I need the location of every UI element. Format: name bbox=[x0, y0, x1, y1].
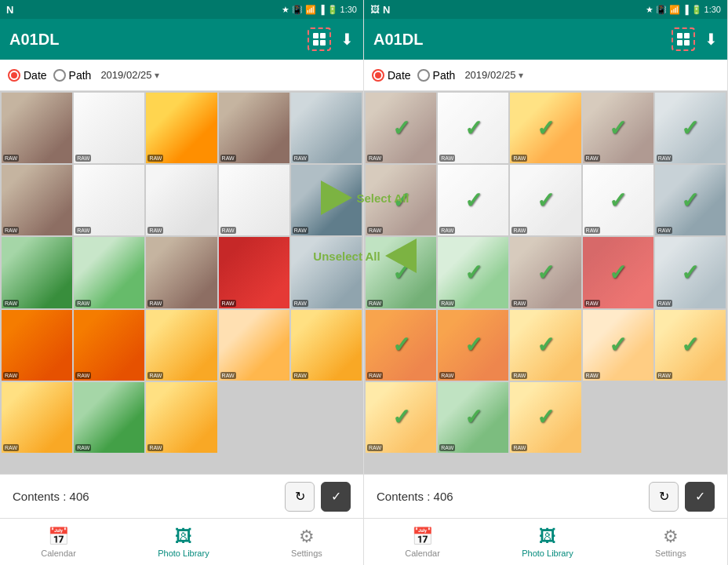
photo-cell-left[interactable]: RAW bbox=[219, 237, 289, 308]
settings-icon-left: ⚙ bbox=[299, 527, 315, 547]
photo-cell-left[interactable]: RAW bbox=[291, 93, 362, 163]
photo-cell-right[interactable]: ✓RAW bbox=[583, 165, 653, 235]
app-title-right: A01DL bbox=[373, 31, 423, 49]
photo-cell-right[interactable]: ✓RAW bbox=[510, 382, 581, 453]
photo-cell-left[interactable]: RAW bbox=[146, 237, 217, 308]
photo-cell-left[interactable]: RAW bbox=[2, 237, 72, 308]
dropdown-arrow-right: ▾ bbox=[519, 70, 523, 81]
photo-cell-right[interactable]: ✓RAW bbox=[366, 382, 436, 453]
calendar-icon-left: 📅 bbox=[48, 527, 69, 547]
path-radio-left[interactable]: Path bbox=[53, 69, 92, 82]
photo-cell-right[interactable]: ✓RAW bbox=[655, 237, 726, 308]
date-radio-circle-left bbox=[8, 69, 20, 82]
photo-cell-left[interactable]: RAW bbox=[74, 93, 144, 163]
settings-label-right: Settings bbox=[655, 549, 686, 558]
grid-select-icon-right[interactable] bbox=[672, 27, 695, 51]
photo-library-icon-left: 🖼 bbox=[175, 527, 192, 547]
nav-photo-library-left[interactable]: 🖼 Photo Library bbox=[158, 527, 209, 558]
settings-label-left: Settings bbox=[291, 549, 322, 558]
checkmark-icon: ✓ bbox=[681, 115, 699, 141]
photo-library-label-right: Photo Library bbox=[522, 549, 573, 558]
nav-calendar-right[interactable]: 📅 Calendar bbox=[405, 527, 440, 558]
date-radio-left[interactable]: Date bbox=[8, 69, 47, 82]
checkmark-icon: ✓ bbox=[537, 260, 555, 286]
settings-icon-right: ⚙ bbox=[663, 527, 679, 547]
photo-cell-left[interactable]: RAW bbox=[219, 165, 289, 235]
photo-cell-right[interactable]: ✓RAW bbox=[510, 165, 581, 235]
vibrate-icon: 📳 bbox=[292, 5, 303, 15]
date-radio-right[interactable]: Date bbox=[372, 69, 411, 82]
photo-cell-right[interactable]: ✓RAW bbox=[510, 237, 581, 308]
photo-cell-right[interactable]: ✓RAW bbox=[510, 310, 581, 381]
photo-cell-right[interactable]: ✓RAW bbox=[438, 93, 508, 163]
checkmark-icon: ✓ bbox=[464, 332, 482, 358]
checkmark-icon: ✓ bbox=[537, 404, 555, 430]
confirm-button-right[interactable]: ✓ bbox=[685, 482, 715, 512]
photo-cell-left[interactable]: RAW bbox=[219, 93, 289, 163]
photo-cell-left[interactable]: RAW bbox=[146, 93, 217, 163]
select-all-arrow: Select All bbox=[321, 180, 410, 215]
unselect-all-arrow: Unselect All bbox=[313, 239, 416, 273]
app-title-left: A01DL bbox=[9, 31, 59, 49]
photo-cell-right[interactable]: ✓RAW bbox=[438, 237, 508, 308]
photo-cell-right[interactable]: ✓RAW bbox=[438, 310, 508, 381]
wifi-icon-right: 📶 bbox=[669, 5, 680, 15]
photo-cell-right[interactable]: ✓RAW bbox=[438, 382, 508, 453]
photo-cell-left[interactable]: RAW bbox=[74, 310, 144, 381]
nav-settings-right[interactable]: ⚙ Settings bbox=[655, 527, 686, 558]
bluetooth-icon: ★ bbox=[282, 5, 289, 15]
photo-cell-right[interactable]: ✓RAW bbox=[583, 93, 653, 163]
download-icon-right[interactable]: ⬇ bbox=[704, 30, 718, 49]
photo-cell-left[interactable]: RAW bbox=[2, 165, 72, 235]
path-radio-right[interactable]: Path bbox=[417, 69, 456, 82]
photo-cell-left[interactable]: RAW bbox=[74, 165, 144, 235]
arrow-right-shape bbox=[321, 180, 352, 215]
photo-cell-left[interactable]: RAW bbox=[146, 382, 217, 453]
checkmark-icon: ✓ bbox=[609, 332, 627, 358]
photo-cell-right[interactable]: ✓RAW bbox=[510, 93, 581, 163]
photo-cell-right[interactable]: ✓RAW bbox=[655, 310, 726, 381]
photo-cell-left[interactable]: RAW bbox=[74, 382, 144, 453]
checkmark-icon: ✓ bbox=[392, 115, 410, 141]
refresh-button-right[interactable]: ↻ bbox=[649, 482, 679, 512]
photo-cell-left[interactable]: RAW bbox=[146, 310, 217, 381]
photo-cell-right[interactable]: ✓RAW bbox=[655, 165, 726, 235]
photo-grid-left: RAWRAWRAWRAWRAWRAWRAWRAWRAWRAWRAWRAWRAWR… bbox=[0, 91, 363, 474]
confirm-button-left[interactable]: ✓ bbox=[321, 482, 351, 512]
photo-cell-right[interactable]: ✓RAW bbox=[655, 93, 726, 163]
refresh-button-left[interactable]: ↻ bbox=[285, 482, 315, 512]
nav-settings-left[interactable]: ⚙ Settings bbox=[291, 527, 322, 558]
arrow-left-shape bbox=[385, 239, 417, 273]
date-dropdown-left[interactable]: 2019/02/25 ▾ bbox=[100, 69, 159, 81]
grid-select-icon-left[interactable] bbox=[308, 27, 331, 51]
photo-cell-left[interactable]: RAW bbox=[146, 165, 217, 235]
photo-cell-left[interactable]: RAW bbox=[2, 382, 72, 453]
date-label-left: Date bbox=[24, 69, 47, 82]
photo-library-label-left: Photo Library bbox=[158, 549, 209, 558]
photo-cell-right[interactable]: ✓RAW bbox=[366, 93, 436, 163]
photo-cell-left[interactable]: RAW bbox=[2, 310, 72, 381]
path-radio-circle-right bbox=[417, 69, 430, 82]
dropdown-arrow-left: ▾ bbox=[155, 70, 159, 81]
path-label-right: Path bbox=[433, 69, 456, 82]
date-dropdown-right[interactable]: 2019/02/25 ▾ bbox=[464, 69, 523, 81]
calendar-label-right: Calendar bbox=[405, 549, 440, 558]
photo-cell-left[interactable]: RAW bbox=[291, 310, 362, 381]
photo-cell-left[interactable]: RAW bbox=[2, 93, 72, 163]
nav-photo-library-right[interactable]: 🖼 Photo Library bbox=[522, 527, 573, 558]
photo-cell-right[interactable]: ✓RAW bbox=[366, 310, 436, 381]
status-bar-right: 🖼 N ★ 📳 📶 ▐ 🔋 1:30 bbox=[364, 0, 727, 19]
photo-cell-right[interactable]: ✓RAW bbox=[583, 310, 653, 381]
download-icon-left[interactable]: ⬇ bbox=[340, 30, 354, 49]
photo-cell-right[interactable]: ✓RAW bbox=[583, 237, 653, 308]
nav-bar-left: 📅 Calendar 🖼 Photo Library ⚙ Settings bbox=[0, 518, 363, 565]
checkmark-icon: ✓ bbox=[609, 188, 627, 213]
photo-cell-left[interactable]: RAW bbox=[219, 310, 289, 381]
nav-calendar-left[interactable]: 📅 Calendar bbox=[41, 527, 76, 558]
photo-library-icon-right: 🖼 bbox=[539, 527, 556, 547]
photo-cell-left[interactable]: RAW bbox=[74, 237, 144, 308]
photo-cell-right[interactable]: ✓RAW bbox=[438, 165, 508, 235]
time-right: 1:30 bbox=[704, 5, 721, 14]
checkmark-icon: ✓ bbox=[609, 115, 627, 141]
path-radio-circle-left bbox=[53, 69, 66, 82]
